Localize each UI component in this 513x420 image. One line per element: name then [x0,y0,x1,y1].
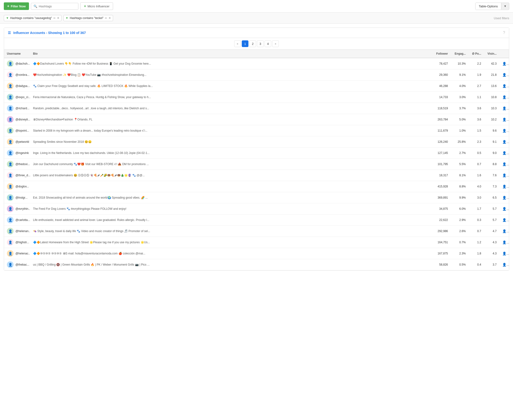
filter-chip-1-text: Hashtags contains "sausagedog" [10,16,52,20]
profile-icon[interactable]: 👤 [502,173,509,177]
action-cell: 👤 [499,226,509,237]
username-text: @evrythin... [15,207,30,210]
username-cell: 👤 @three_d... [4,170,30,181]
profile-icon[interactable]: 👤 [502,218,509,222]
engagement-cell: 9.9% [451,192,468,203]
po-cell: 0.5 [468,148,484,159]
po-cell: 4.0 [468,181,484,192]
profile-icon[interactable]: 👤 [502,118,509,121]
visin-cell: 10.8 [484,92,499,103]
col-header-bio: Bio [30,50,429,58]
profile-icon[interactable]: 👤 [502,185,509,188]
po-cell: 3.0 [468,192,484,203]
engagement-cell: 5.5% [451,159,468,170]
profile-icon[interactable]: 👤 [502,73,509,77]
profile-icon[interactable]: 👤 [502,84,509,88]
visin-cell: 10.2 [484,114,499,125]
bio-cell: 🔷🔶Dachshund Lovers 👇👇 Follow me ▪DM for … [30,58,429,69]
profile-icon[interactable]: 👤 [502,207,509,211]
pagination-page-3-button[interactable]: 3 [257,40,264,47]
avatar: 👤 [7,105,14,112]
visin-cell: 9.1 [484,136,499,148]
table-options-label: Table-Options [476,3,501,10]
profile-icon[interactable]: 👤 [502,263,509,267]
follower-cell: 415,928 [429,181,451,192]
visin-cell: 9.6 [484,125,499,136]
micro-influencer-button[interactable]: + Micro Influencer [80,2,113,10]
table-options-button[interactable]: Table-Options ▼ [475,3,509,10]
username-cell: 👤 @helenan... [4,226,30,237]
profile-icon[interactable]: 👤 [502,240,509,244]
profile-icon[interactable]: 👤 [502,162,509,166]
avatar: 👤 [7,60,14,67]
profile-icon[interactable]: 👤 [502,140,509,144]
profile-icon[interactable]: 👤 [502,252,509,255]
bio-cell: 👒 Style, beauty, travel & daily life 🐾 V… [30,226,429,237]
avatar: 👤 [7,138,14,145]
plus-icon: + [7,4,9,8]
visin-cell: 21.8 [484,69,499,81]
username-cell: 👤 @dailypa... [4,81,30,92]
action-cell: 👤 [499,136,509,148]
action-cell: 👤 [499,58,509,69]
username-text: @ingevink [15,151,29,155]
engagement-cell: 0.7% [451,237,468,248]
follower-cell: 18,317 [429,170,451,181]
profile-icon[interactable]: 👤 [502,151,509,155]
bio-cell: The Feed For Dog Lovers 🐾 #evrythingdogs… [30,203,429,215]
profile-icon[interactable]: 👤 [502,106,509,110]
engagement-cell: 5.0% [451,114,468,125]
profile-icon[interactable]: 👤 [502,196,509,200]
bio-cell: Est. 2018 Showcasting all kind of animal… [30,192,429,203]
hashtags-input[interactable] [39,5,74,8]
engagement-cell: 2.7% [451,148,468,159]
po-cell: 1.7 [468,203,484,215]
follower-cell: 46,288 [429,81,451,92]
profile-icon[interactable]: 👤 [502,129,509,133]
visin-cell: 8.8 [484,159,499,170]
avatar: 👤 [7,172,14,179]
pagination-page-1-button[interactable]: 1 [242,40,248,47]
po-cell: 2.2 [468,58,484,69]
pagination-page-4-button[interactable]: 4 [265,40,271,47]
filter-chip-2-close-icon[interactable]: ✕ [109,16,111,20]
filter-chip-1-close-icon[interactable]: ✕ [57,16,59,20]
bio-cell: Started in 2008 in my livingroom with a … [30,125,429,136]
filter-now-button[interactable]: + Filter Now [4,2,29,10]
filter-chip-1: ▼ Hashtags contains "sausagedog" ✏ ✕ [4,15,61,21]
pagination-last-button[interactable]: » [272,40,279,47]
pagination-first-button[interactable]: « [234,40,241,47]
pagination: « 1 2 3 4 » [4,38,509,50]
engagement-cell: 4.0% [451,81,468,92]
table-header-row: Username Bio Follower Engag... Ø Po... V… [4,50,509,58]
bio-cell: Feria internacional de Naturaleza, Caza … [30,92,429,103]
avatar: 👤 [7,161,14,167]
action-cell: 👤 [499,125,509,136]
table-row: 👤 @topvint... Started in 2008 in my livi… [4,125,509,136]
filter-chip-1-edit-icon[interactable]: ✏ [53,17,56,20]
po-cell: 3.6 [468,103,484,114]
profile-icon[interactable]: 👤 [502,95,509,99]
username-text: @helenac... [15,252,30,255]
engagement-cell: 8.8% [451,181,468,192]
pagination-page-2-button[interactable]: 2 [249,40,256,47]
username-cell: 👤 @topvint... [4,125,30,136]
action-cell: 👤 [499,114,509,125]
username-text: @richard... [15,107,30,110]
avatar: 👤 [7,261,14,268]
action-cell: 👤 [499,215,509,226]
username-cell: 👤 @thedoxi... [4,159,30,170]
visin-cell: 5.7 [484,215,499,226]
filter-chip-2-edit-icon[interactable]: ✏ [105,17,107,20]
profile-icon[interactable]: 👤 [502,62,509,66]
po-cell: 1.9 [468,69,484,81]
po-cell: 2.3 [468,136,484,148]
follower-cell: 101,795 [429,159,451,170]
col-header-engag: Engag... [451,50,468,58]
help-icon[interactable]: ? [503,31,505,35]
action-cell: 👤 [499,259,509,270]
chevron-down-icon: ▼ [501,3,509,9]
profile-icon[interactable]: 👤 [502,229,509,233]
table-row: 👤 @helenan... 👒 Style, beauty, travel & … [4,226,509,237]
visin-cell: 4.3 [484,237,499,248]
